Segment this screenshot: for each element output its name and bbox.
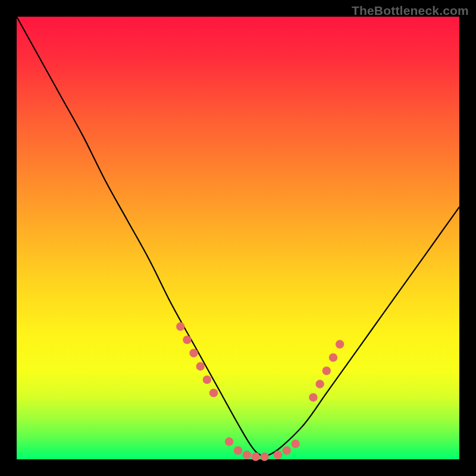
curve-marker bbox=[274, 450, 282, 459]
curve-marker bbox=[329, 353, 337, 362]
curve-marker bbox=[260, 452, 268, 461]
bottleneck-curve-path bbox=[17, 17, 459, 456]
chart-frame: TheBottleneck.com bbox=[0, 0, 476, 476]
plot-area bbox=[17, 17, 459, 459]
curve-marker bbox=[336, 340, 344, 348]
curve-marker bbox=[252, 452, 260, 461]
curve-marker bbox=[183, 336, 191, 344]
curve-markers bbox=[176, 322, 344, 461]
bottleneck-chart-svg bbox=[17, 17, 459, 459]
curve-marker bbox=[322, 367, 331, 375]
curve-marker bbox=[292, 440, 300, 448]
curve-marker bbox=[189, 349, 198, 357]
watermark-text: TheBottleneck.com bbox=[352, 4, 469, 18]
curve-marker bbox=[225, 437, 233, 446]
curve-marker bbox=[315, 380, 324, 388]
curve-marker bbox=[203, 375, 211, 384]
curve-marker bbox=[243, 450, 251, 459]
curve-marker bbox=[234, 446, 242, 455]
curve-marker bbox=[209, 389, 218, 397]
curve-marker bbox=[309, 393, 317, 402]
curve-marker bbox=[196, 362, 205, 371]
curve-marker bbox=[283, 446, 291, 455]
curve-marker bbox=[176, 322, 184, 331]
